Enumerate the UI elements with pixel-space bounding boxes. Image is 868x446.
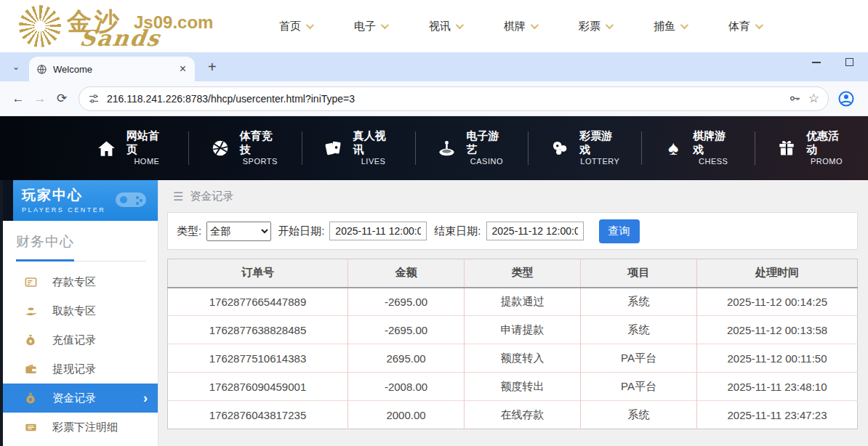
casino-nav-casino[interactable]: 电子游艺CASINO xyxy=(415,129,528,166)
tab-search-button[interactable]: ⌄ xyxy=(6,57,26,77)
maximize-icon[interactable] xyxy=(845,58,853,66)
sidebar-item-withdraw-records[interactable]: 提现记录 xyxy=(3,354,158,384)
sidebar-item-withdraw-zone[interactable]: 取款专区 xyxy=(3,296,158,325)
start-date-input[interactable] xyxy=(329,222,427,240)
players-center-header: 玩家中心 PLAYERS CENTER xyxy=(13,180,158,221)
roulette-icon xyxy=(436,139,457,158)
forward-icon[interactable]: → xyxy=(29,88,51,110)
breadcrumb: ☰ 资金记录 xyxy=(167,180,858,212)
chevron-down-icon xyxy=(456,21,464,29)
logo-script: Sands xyxy=(79,25,163,51)
sidebar-item-hall-bet-records[interactable]: 厅室投注记录 xyxy=(3,442,158,446)
chevron-down-icon xyxy=(381,21,389,29)
table-row: 1762876090459001 -2008.00 额度转出 PA平台 2025… xyxy=(168,373,858,401)
wallet-icon xyxy=(23,362,38,376)
sidebar-item-deposit-zone[interactable]: 存款专区 xyxy=(3,267,158,296)
header-item: 项目 xyxy=(581,259,697,288)
top-nav: 首页 电子 视讯 棋牌 彩票 捕鱼 体育 xyxy=(279,20,761,33)
top-nav-item-sports[interactable]: 体育 xyxy=(728,20,761,33)
address-bar[interactable]: 216.118.241.226:8783/hhcp/usercenter.htm… xyxy=(79,86,829,111)
table-header-row: 订单号 金额 类型 项目 处理时间 xyxy=(168,259,858,288)
chevron-right-icon: › xyxy=(143,391,148,406)
sidebar: 玩家中心 PLAYERS CENTER 财务中心 存款专区 取 xyxy=(0,180,158,446)
site-logo[interactable]: 金沙 Js09.com Sands xyxy=(19,4,249,49)
deposit-card-icon xyxy=(23,275,38,289)
basketball-icon xyxy=(210,139,230,158)
browser-tab-strip: ⌄ Welcome × + xyxy=(0,52,868,81)
top-nav-item-lottery[interactable]: 彩票 xyxy=(579,20,611,33)
table-row: 1762877665447889 -2695.00 提款通过 系统 2025-1… xyxy=(168,288,858,316)
hamburger-icon: ☰ xyxy=(173,190,183,203)
sidebar-item-lottery-bet-details[interactable]: 彩票下注明细 xyxy=(3,413,158,442)
finance-center-label: 财务中心 xyxy=(16,232,146,251)
app-window: 金沙 Js09.com Sands 首页 电子 视讯 棋牌 彩票 捕鱼 体育 ⌄… xyxy=(0,0,868,446)
cards-icon xyxy=(324,139,344,158)
browser-toolbar: ← → ⟳ 216.118.241.226:8783/hhcp/usercent… xyxy=(0,81,868,116)
start-date-label: 开始日期: xyxy=(278,224,324,238)
funds-records-table: 订单号 金额 类型 项目 处理时间 1762877665447889 -2695… xyxy=(167,259,858,429)
ticket-icon xyxy=(23,421,38,434)
breadcrumb-label: 资金记录 xyxy=(190,190,233,203)
chevron-down-icon xyxy=(755,21,763,29)
reload-icon[interactable]: ⟳ xyxy=(51,88,73,110)
chevron-down-icon xyxy=(531,21,539,29)
table-row: 1762877638828485 -2695.00 申请提款 系统 2025-1… xyxy=(168,316,858,344)
funds-icon xyxy=(23,392,38,405)
table-row: 1762876043817235 2000.00 在线存款 系统 2025-11… xyxy=(168,401,858,429)
top-nav-item-live[interactable]: 视讯 xyxy=(429,20,462,33)
header-type: 类型 xyxy=(465,259,581,288)
site-header: 金沙 Js09.com Sands 首页 电子 视讯 棋牌 彩票 捕鱼 体育 xyxy=(0,0,868,52)
top-nav-item-fishing[interactable]: 捕鱼 xyxy=(654,20,686,33)
sidebar-item-funds-records[interactable]: 资金记录 › xyxy=(3,384,158,413)
bookmark-star-icon[interactable]: ☆ xyxy=(808,91,819,106)
gamepad-icon xyxy=(114,187,148,215)
section-underline xyxy=(16,259,146,261)
browser-tab[interactable]: Welcome × xyxy=(29,57,195,81)
profile-avatar-icon[interactable] xyxy=(837,90,855,108)
end-date-input[interactable] xyxy=(486,222,584,240)
window-controls xyxy=(812,58,853,66)
new-tab-button[interactable]: + xyxy=(204,59,221,76)
lottery-balls-icon xyxy=(550,139,570,158)
globe-icon xyxy=(36,64,47,75)
casino-nav-sports[interactable]: 体育竞技SPORTS xyxy=(189,129,302,166)
sidebar-item-recharge-records[interactable]: 充值记录 xyxy=(3,325,158,354)
home-icon xyxy=(97,139,117,158)
casino-nav: 网站首页HOME 体育竞技SPORTS 真人视讯LIVES 电子游艺CASINO… xyxy=(0,116,868,180)
sunburst-logo-icon xyxy=(19,5,61,47)
url-text[interactable]: 216.118.241.226:8783/hhcp/usercenter.htm… xyxy=(107,93,781,105)
chevron-down-icon xyxy=(606,21,614,29)
sidebar-menu: 存款专区 取款专区 充值记录 提现记录 资金记录 › xyxy=(3,267,158,446)
casino-nav-chess[interactable]: ♠ 棋牌游戏CHESS xyxy=(642,129,755,166)
spade-icon: ♠ xyxy=(663,139,683,158)
password-key-icon[interactable] xyxy=(789,92,801,105)
type-select[interactable]: 全部 xyxy=(206,222,271,241)
gift-icon xyxy=(776,139,797,158)
moneybag-icon xyxy=(23,333,38,346)
header-order-no: 订单号 xyxy=(168,259,348,288)
top-nav-item-slots[interactable]: 电子 xyxy=(354,20,387,33)
chevron-down-icon xyxy=(680,21,688,29)
table-row: 1762877510614383 2695.00 额度转入 PA平台 2025-… xyxy=(168,344,858,373)
end-date-label: 结束日期: xyxy=(434,224,481,238)
casino-nav-promo[interactable]: 优惠活动PROMO xyxy=(755,129,868,166)
site-info-icon[interactable] xyxy=(88,93,100,105)
filter-panel: 类型: 全部 开始日期: 结束日期: 查询 xyxy=(167,212,858,250)
main-content: ☰ 资金记录 类型: 全部 开始日期: 结束日期: 查询 订单号 金额 xyxy=(158,180,868,446)
header-time: 处理时间 xyxy=(697,259,858,288)
tab-title: Welcome xyxy=(53,64,171,75)
chevron-down-icon xyxy=(306,21,314,29)
casino-nav-lottery[interactable]: 彩票游戏LOTTERY xyxy=(529,129,641,166)
search-button[interactable]: 查询 xyxy=(599,219,640,243)
type-label: 类型: xyxy=(177,224,201,238)
top-nav-item-board[interactable]: 棋牌 xyxy=(504,20,537,33)
casino-nav-home[interactable]: 网站首页HOME xyxy=(76,129,188,166)
minimize-icon[interactable] xyxy=(812,62,821,63)
casino-nav-lives[interactable]: 真人视讯LIVES xyxy=(302,129,415,166)
close-icon[interactable]: × xyxy=(177,62,189,76)
top-nav-item-home[interactable]: 首页 xyxy=(279,20,312,33)
back-icon[interactable]: ← xyxy=(7,88,29,110)
header-amount: 金额 xyxy=(348,259,465,288)
withdraw-hand-icon xyxy=(23,304,38,318)
